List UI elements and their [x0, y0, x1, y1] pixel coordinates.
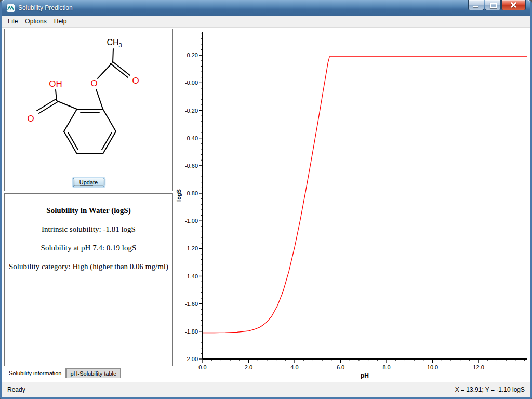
maximize-button[interactable] [485, 0, 501, 10]
carboxyl-oxygen-label: O [27, 114, 34, 124]
chart-panel: 0.20-0.00-0.20-0.40-0.60-0.80-1.00-1.20-… [175, 28, 530, 382]
ph74-solubility-line: Solubility at pH 7.4: 0.19 logS [5, 244, 172, 252]
minimize-icon [473, 6, 478, 7]
intrinsic-solubility-line: Intrinsic solubility: -1.81 logS [5, 225, 172, 234]
solubility-info-panel: Solubility in Water (logS) Intrinsic sol… [4, 193, 173, 366]
structure-panel: CH3 O O OH O Update [4, 29, 173, 191]
tab-solubility-information[interactable]: Solubility information [5, 368, 66, 378]
title-bar: Solubility Prediction [2, 0, 530, 16]
tab-ph-solubility-table[interactable]: pH-Solubility table [66, 368, 121, 378]
app-icon [6, 4, 15, 12]
svg-text:10.0: 10.0 [427, 364, 438, 370]
menu-bar: FileOptionsHelp [2, 16, 530, 28]
svg-text:0.0: 0.0 [198, 364, 206, 370]
svg-text:-1.20: -1.20 [185, 245, 198, 251]
svg-text:-1.00: -1.00 [185, 218, 198, 224]
bottom-tabs: Solubility information pH-Solubility tab… [5, 368, 121, 378]
svg-text:-2.00: -2.00 [185, 356, 198, 362]
left-column: CH3 O O OH O Update Solubility in Water … [4, 29, 173, 381]
svg-text:-1.40: -1.40 [185, 273, 198, 280]
svg-text:2.0: 2.0 [245, 364, 252, 370]
molecule-drawing: CH3 O O OH O [5, 29, 172, 175]
window-title: Solubility Prediction [18, 4, 73, 11]
close-button[interactable] [501, 0, 526, 10]
maximize-icon [490, 3, 497, 8]
menu-item-options[interactable]: Options [21, 16, 50, 26]
svg-text:4.0: 4.0 [290, 364, 298, 370]
menu-item-file[interactable]: File [4, 16, 21, 26]
svg-text:-0.40: -0.40 [185, 135, 198, 141]
main-content: CH3 O O OH O Update Solubility in Water … [2, 28, 530, 382]
svg-text:-1.80: -1.80 [185, 328, 198, 335]
svg-text:12.0: 12.0 [473, 364, 484, 370]
solubility-category-line: Solubility category: High (higher than 0… [5, 262, 172, 271]
hydroxyl-label: OH [49, 79, 62, 89]
status-coordinates: X = 13.91; Y = -1.10 logS [455, 386, 525, 393]
svg-text:8.0: 8.0 [382, 364, 390, 370]
ch3-label: CH3 [107, 38, 122, 48]
update-button[interactable]: Update [73, 178, 104, 187]
ph-logs-chart[interactable]: 0.20-0.00-0.20-0.40-0.60-0.80-1.00-1.20-… [175, 28, 532, 383]
minimize-button[interactable] [468, 0, 484, 10]
svg-text:-0.80: -0.80 [185, 190, 198, 196]
window-controls [468, 0, 526, 10]
svg-text:0.20: 0.20 [187, 52, 198, 58]
svg-text:pH: pH [361, 372, 369, 379]
svg-text:logS: logS [176, 189, 182, 202]
info-title: Solubility in Water (logS) [5, 206, 172, 215]
menu-item-help[interactable]: Help [50, 16, 71, 26]
svg-text:-1.60: -1.60 [185, 301, 198, 307]
status-bar: Ready X = 13.91; Y = -1.10 logS [2, 382, 530, 397]
svg-text:6.0: 6.0 [337, 364, 344, 370]
ester-oxygen-label: O [90, 78, 97, 88]
svg-text:-0.00: -0.00 [185, 79, 198, 86]
app-window: Solubility Prediction FileOptionsHelp [0, 0, 532, 399]
svg-text:-0.60: -0.60 [185, 163, 198, 169]
svg-text:-0.20: -0.20 [185, 108, 198, 114]
status-ready: Ready [7, 386, 25, 393]
carbonyl-oxygen-label: O [132, 76, 139, 86]
